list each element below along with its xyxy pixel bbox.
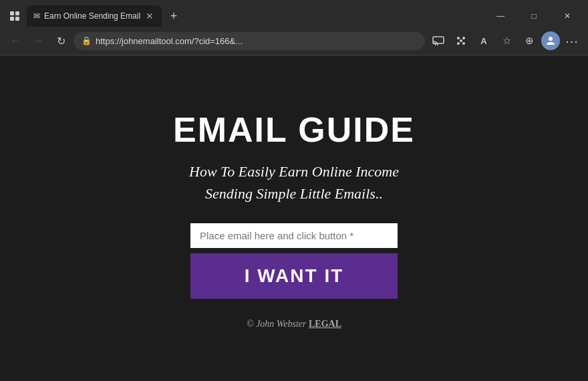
browser-chrome: ✉ Earn Online Sending Email ✕ + — □ ✕ ← … xyxy=(0,0,588,55)
nav-bar: ← → ↻ 🔒 https://johnemailtool.com/?cid=1… xyxy=(0,27,588,55)
maximize-button[interactable]: □ xyxy=(519,5,549,27)
tab-title: Earn Online Sending Email xyxy=(44,11,140,21)
font-button[interactable]: A xyxy=(473,30,494,51)
lock-icon: 🔒 xyxy=(82,36,92,45)
svg-rect-1 xyxy=(15,11,19,15)
more-button[interactable]: ··· xyxy=(561,30,583,51)
nav-actions: A ☆ ⊕ ··· xyxy=(428,30,583,51)
tab-favicon: ✉ xyxy=(33,11,40,21)
svg-point-5 xyxy=(457,37,460,39)
address-bar[interactable]: 🔒 https://johnemailtool.com/?cid=166&... xyxy=(74,32,425,50)
svg-rect-3 xyxy=(15,17,19,21)
shield-button[interactable]: ⊕ xyxy=(519,30,540,51)
footer: © John Webster LEGAL xyxy=(247,319,341,330)
page-content: EMAIL GUIDE How To Easily Earn Online In… xyxy=(0,55,588,381)
refresh-button[interactable]: ↻ xyxy=(51,31,71,51)
tab-bar: ✉ Earn Online Sending Email ✕ + — □ ✕ xyxy=(0,0,588,27)
subtitle-line2: Sending Simple Little Emails.. xyxy=(205,185,383,202)
back-button[interactable]: ← xyxy=(5,31,25,51)
svg-rect-0 xyxy=(10,11,14,15)
svg-rect-2 xyxy=(10,17,14,21)
main-title: EMAIL GUIDE xyxy=(173,110,415,150)
submit-button[interactable]: I WANT IT xyxy=(190,253,398,299)
svg-point-9 xyxy=(460,39,462,42)
minimize-button[interactable]: — xyxy=(485,5,516,27)
active-tab[interactable]: ✉ Earn Online Sending Email ✕ xyxy=(27,5,162,27)
close-window-button[interactable]: ✕ xyxy=(552,5,583,27)
tab-grid-button[interactable] xyxy=(5,7,24,25)
favorites-button[interactable]: ☆ xyxy=(496,30,517,51)
profile-button[interactable] xyxy=(541,31,560,50)
svg-point-8 xyxy=(462,42,465,45)
footer-text: © John Webster xyxy=(247,319,306,329)
cast-button[interactable] xyxy=(428,30,449,51)
legal-link[interactable]: LEGAL xyxy=(309,319,341,329)
address-text: https://johnemailtool.com/?cid=166&... xyxy=(96,36,417,46)
svg-rect-4 xyxy=(433,37,444,43)
svg-point-10 xyxy=(549,37,553,41)
subtitle: How To Easily Earn Online Income Sending… xyxy=(189,160,399,205)
svg-point-7 xyxy=(457,42,460,45)
extensions-button[interactable] xyxy=(450,30,472,51)
subtitle-line1: How To Easily Earn Online Income xyxy=(189,163,399,180)
new-tab-button[interactable]: + xyxy=(164,7,183,25)
window-controls: — □ ✕ xyxy=(485,5,583,27)
forward-button[interactable]: → xyxy=(28,31,48,51)
svg-point-6 xyxy=(462,37,465,39)
email-input[interactable] xyxy=(190,223,398,248)
tab-close-button[interactable]: ✕ xyxy=(144,11,155,21)
